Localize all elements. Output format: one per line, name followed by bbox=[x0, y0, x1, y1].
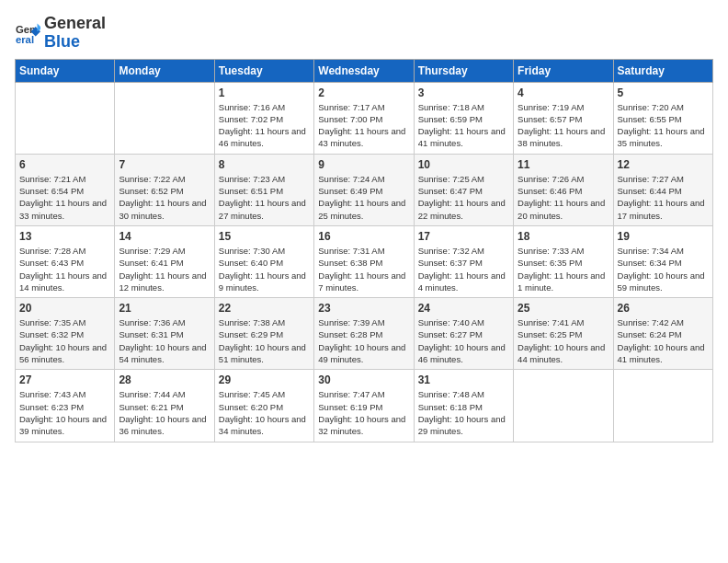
day-header-sunday: Sunday bbox=[16, 59, 115, 82]
day-cell: 10 Sunrise: 7:25 AMSunset: 6:47 PMDaylig… bbox=[414, 154, 513, 225]
day-cell: 11 Sunrise: 7:26 AMSunset: 6:46 PMDaylig… bbox=[514, 154, 613, 225]
day-info: Sunrise: 7:29 AMSunset: 6:41 PMDaylight:… bbox=[119, 245, 210, 293]
week-row-1: 1 Sunrise: 7:16 AMSunset: 7:02 PMDayligh… bbox=[16, 82, 713, 154]
day-number: 25 bbox=[518, 302, 609, 315]
day-header-thursday: Thursday bbox=[414, 59, 513, 82]
svg-text:eral: eral bbox=[16, 33, 34, 44]
calendar-table: SundayMondayTuesdayWednesdayThursdayFrid… bbox=[15, 59, 713, 442]
day-info: Sunrise: 7:38 AMSunset: 6:29 PMDaylight:… bbox=[219, 316, 310, 365]
day-cell: 4 Sunrise: 7:19 AMSunset: 6:57 PMDayligh… bbox=[514, 82, 613, 154]
day-cell bbox=[115, 82, 214, 154]
day-number: 14 bbox=[119, 230, 210, 243]
day-info: Sunrise: 7:35 AMSunset: 6:32 PMDaylight:… bbox=[19, 316, 110, 365]
day-cell: 7 Sunrise: 7:22 AMSunset: 6:52 PMDayligh… bbox=[115, 154, 214, 225]
day-cell: 12 Sunrise: 7:27 AMSunset: 6:44 PMDaylig… bbox=[613, 154, 712, 225]
week-row-3: 13 Sunrise: 7:28 AMSunset: 6:43 PMDaylig… bbox=[16, 225, 713, 297]
day-cell: 27 Sunrise: 7:43 AMSunset: 6:23 PMDaylig… bbox=[16, 370, 115, 442]
day-number: 13 bbox=[19, 230, 110, 243]
day-info: Sunrise: 7:27 AMSunset: 6:44 PMDaylight:… bbox=[618, 173, 709, 222]
day-number: 29 bbox=[219, 373, 310, 386]
logo-icon: Gen eral bbox=[15, 20, 40, 46]
day-cell: 6 Sunrise: 7:21 AMSunset: 6:54 PMDayligh… bbox=[16, 154, 115, 225]
day-info: Sunrise: 7:16 AMSunset: 7:02 PMDaylight:… bbox=[219, 101, 310, 150]
day-cell: 23 Sunrise: 7:39 AMSunset: 6:28 PMDaylig… bbox=[314, 298, 414, 370]
day-cell: 5 Sunrise: 7:20 AMSunset: 6:55 PMDayligh… bbox=[613, 82, 712, 154]
day-number: 6 bbox=[19, 158, 110, 171]
day-info: Sunrise: 7:34 AMSunset: 6:34 PMDaylight:… bbox=[618, 245, 709, 293]
day-header-friday: Friday bbox=[514, 59, 613, 82]
day-info: Sunrise: 7:32 AMSunset: 6:37 PMDaylight:… bbox=[418, 245, 509, 293]
day-number: 24 bbox=[418, 302, 509, 315]
day-number: 18 bbox=[518, 230, 609, 243]
day-cell: 18 Sunrise: 7:33 AMSunset: 6:35 PMDaylig… bbox=[514, 225, 613, 297]
day-number: 4 bbox=[518, 86, 609, 99]
day-cell bbox=[514, 370, 613, 442]
day-cell: 29 Sunrise: 7:45 AMSunset: 6:20 PMDaylig… bbox=[214, 370, 313, 442]
day-number: 5 bbox=[618, 86, 709, 99]
day-cell: 20 Sunrise: 7:35 AMSunset: 6:32 PMDaylig… bbox=[16, 298, 115, 370]
day-info: Sunrise: 7:41 AMSunset: 6:25 PMDaylight:… bbox=[518, 316, 609, 365]
logo-text: General Blue bbox=[44, 15, 106, 52]
day-cell: 8 Sunrise: 7:23 AMSunset: 6:51 PMDayligh… bbox=[214, 154, 313, 225]
day-cell: 31 Sunrise: 7:48 AMSunset: 6:18 PMDaylig… bbox=[414, 370, 513, 442]
week-row-5: 27 Sunrise: 7:43 AMSunset: 6:23 PMDaylig… bbox=[16, 370, 713, 442]
day-number: 11 bbox=[518, 158, 609, 171]
day-number: 23 bbox=[318, 302, 409, 315]
day-info: Sunrise: 7:17 AMSunset: 7:00 PMDaylight:… bbox=[318, 101, 409, 150]
day-cell: 26 Sunrise: 7:42 AMSunset: 6:24 PMDaylig… bbox=[613, 298, 712, 370]
day-info: Sunrise: 7:44 AMSunset: 6:21 PMDaylight:… bbox=[119, 388, 210, 437]
logo: Gen eral General Blue bbox=[15, 15, 106, 52]
svg-marker-3 bbox=[38, 23, 41, 31]
day-number: 12 bbox=[618, 158, 709, 171]
day-info: Sunrise: 7:23 AMSunset: 6:51 PMDaylight:… bbox=[219, 173, 310, 222]
day-info: Sunrise: 7:19 AMSunset: 6:57 PMDaylight:… bbox=[518, 101, 609, 150]
day-info: Sunrise: 7:33 AMSunset: 6:35 PMDaylight:… bbox=[518, 245, 609, 293]
day-info: Sunrise: 7:21 AMSunset: 6:54 PMDaylight:… bbox=[19, 173, 110, 222]
day-number: 8 bbox=[219, 158, 310, 171]
week-row-2: 6 Sunrise: 7:21 AMSunset: 6:54 PMDayligh… bbox=[16, 154, 713, 225]
day-info: Sunrise: 7:45 AMSunset: 6:20 PMDaylight:… bbox=[219, 388, 310, 437]
day-number: 20 bbox=[19, 302, 110, 315]
day-cell: 19 Sunrise: 7:34 AMSunset: 6:34 PMDaylig… bbox=[613, 225, 712, 297]
day-cell: 1 Sunrise: 7:16 AMSunset: 7:02 PMDayligh… bbox=[214, 82, 313, 154]
day-number: 19 bbox=[618, 230, 709, 243]
day-cell: 13 Sunrise: 7:28 AMSunset: 6:43 PMDaylig… bbox=[16, 225, 115, 297]
day-cell: 25 Sunrise: 7:41 AMSunset: 6:25 PMDaylig… bbox=[514, 298, 613, 370]
day-info: Sunrise: 7:28 AMSunset: 6:43 PMDaylight:… bbox=[19, 245, 110, 293]
day-info: Sunrise: 7:40 AMSunset: 6:27 PMDaylight:… bbox=[418, 316, 509, 365]
day-header-wednesday: Wednesday bbox=[314, 59, 414, 82]
day-cell: 14 Sunrise: 7:29 AMSunset: 6:41 PMDaylig… bbox=[115, 225, 214, 297]
day-info: Sunrise: 7:26 AMSunset: 6:46 PMDaylight:… bbox=[518, 173, 609, 222]
day-number: 31 bbox=[418, 373, 509, 386]
day-number: 27 bbox=[19, 373, 110, 386]
day-cell: 15 Sunrise: 7:30 AMSunset: 6:40 PMDaylig… bbox=[214, 225, 313, 297]
day-header-tuesday: Tuesday bbox=[214, 59, 313, 82]
day-number: 9 bbox=[318, 158, 409, 171]
day-number: 26 bbox=[618, 302, 709, 315]
day-header-monday: Monday bbox=[115, 59, 214, 82]
day-info: Sunrise: 7:48 AMSunset: 6:18 PMDaylight:… bbox=[418, 388, 509, 437]
day-info: Sunrise: 7:20 AMSunset: 6:55 PMDaylight:… bbox=[618, 101, 709, 150]
day-cell: 16 Sunrise: 7:31 AMSunset: 6:38 PMDaylig… bbox=[314, 225, 414, 297]
day-info: Sunrise: 7:24 AMSunset: 6:49 PMDaylight:… bbox=[318, 173, 409, 222]
day-info: Sunrise: 7:31 AMSunset: 6:38 PMDaylight:… bbox=[318, 245, 409, 293]
day-cell: 30 Sunrise: 7:47 AMSunset: 6:19 PMDaylig… bbox=[314, 370, 414, 442]
day-number: 17 bbox=[418, 230, 509, 243]
day-cell: 21 Sunrise: 7:36 AMSunset: 6:31 PMDaylig… bbox=[115, 298, 214, 370]
day-number: 7 bbox=[119, 158, 210, 171]
day-number: 28 bbox=[119, 373, 210, 386]
day-info: Sunrise: 7:47 AMSunset: 6:19 PMDaylight:… bbox=[318, 388, 409, 437]
day-number: 1 bbox=[219, 86, 310, 99]
page: Gen eral General Blue SundayMondayTuesda… bbox=[0, 0, 728, 452]
week-row-4: 20 Sunrise: 7:35 AMSunset: 6:32 PMDaylig… bbox=[16, 298, 713, 370]
day-number: 16 bbox=[318, 230, 409, 243]
day-cell: 2 Sunrise: 7:17 AMSunset: 7:00 PMDayligh… bbox=[314, 82, 414, 154]
day-info: Sunrise: 7:43 AMSunset: 6:23 PMDaylight:… bbox=[19, 388, 110, 437]
day-cell: 9 Sunrise: 7:24 AMSunset: 6:49 PMDayligh… bbox=[314, 154, 414, 225]
day-number: 10 bbox=[418, 158, 509, 171]
day-info: Sunrise: 7:39 AMSunset: 6:28 PMDaylight:… bbox=[318, 316, 409, 365]
day-number: 15 bbox=[219, 230, 310, 243]
day-cell bbox=[16, 82, 115, 154]
day-number: 30 bbox=[318, 373, 409, 386]
day-number: 21 bbox=[119, 302, 210, 315]
